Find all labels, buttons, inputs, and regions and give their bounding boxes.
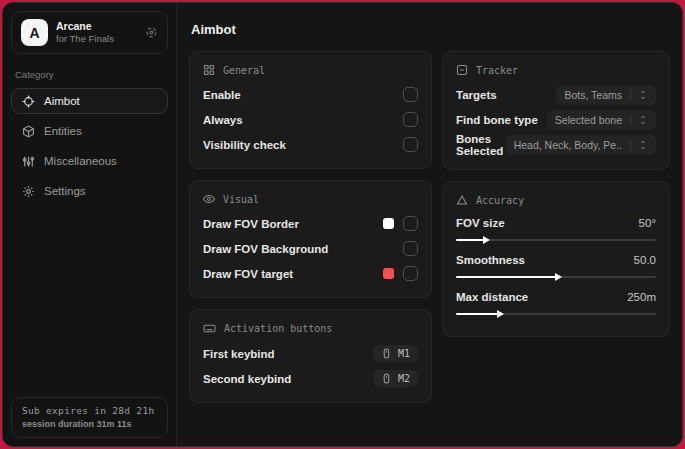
- panel-tracker: Tracker Targets Bots, Teams: [442, 51, 670, 170]
- setting-row-max-distance: Max distance 250m: [456, 287, 656, 315]
- enable-checkbox[interactable]: [403, 87, 418, 102]
- select-value: Head, Neck, Body, Pe..: [514, 139, 622, 151]
- triangle-icon: [456, 194, 468, 206]
- always-checkbox[interactable]: [403, 112, 418, 127]
- setting-label: Second keybind: [203, 373, 291, 385]
- select-value: Bots, Teams: [564, 89, 622, 101]
- page-title: Aimbot: [191, 22, 670, 37]
- sidebar-item-entities[interactable]: Entities: [11, 118, 168, 144]
- fov-size-slider[interactable]: [456, 239, 656, 241]
- setting-row-enable: Enable: [203, 83, 418, 106]
- setting-row-first-keybind: First keybind M1: [203, 342, 418, 365]
- setting-row-draw-fov-border: Draw FOV Border: [203, 212, 418, 235]
- category-label: Category: [15, 69, 164, 80]
- gear-icon: [22, 185, 35, 198]
- setting-label: FOV size: [456, 217, 505, 229]
- panel-title-text: Visual: [223, 194, 259, 205]
- setting-label: Max distance: [456, 291, 528, 303]
- expand-icon: [630, 115, 648, 125]
- slider-value: 50.0: [634, 254, 656, 266]
- visibility-check-checkbox[interactable]: [403, 137, 418, 152]
- second-keybind-button[interactable]: M2: [373, 370, 418, 387]
- slider-value: 250m: [627, 291, 656, 303]
- max-distance-slider[interactable]: [456, 313, 656, 315]
- bones-selected-select[interactable]: Head, Neck, Body, Pe..: [506, 135, 656, 155]
- setting-label: Bones Selected: [456, 133, 506, 157]
- setting-label: Targets: [456, 89, 497, 101]
- panel-title-text: General: [223, 65, 265, 76]
- smoothness-slider[interactable]: [456, 276, 656, 278]
- setting-row-always: Always: [203, 108, 418, 131]
- setting-row-visibility-check: Visibility check: [203, 133, 418, 156]
- slider-thumb[interactable]: [555, 273, 562, 281]
- mouse-icon: [381, 348, 392, 359]
- panel-general: General Enable Always Visibility check: [189, 51, 432, 169]
- setting-label: Draw FOV Background: [203, 243, 328, 255]
- sidebar-item-settings[interactable]: Settings: [11, 178, 168, 204]
- app-window: A Arcane for The Finals Category: [2, 2, 683, 447]
- setting-row-targets: Targets Bots, Teams: [456, 83, 656, 106]
- setting-row-find-bone-type: Find bone type Selected bone: [456, 108, 656, 131]
- expand-icon: [630, 90, 648, 100]
- sync-icon[interactable]: [145, 26, 158, 39]
- category-nav: Aimbot Entities: [11, 88, 168, 204]
- setting-row-draw-fov-background: Draw FOV Background: [203, 237, 418, 260]
- crosshair-icon: [22, 95, 35, 108]
- target-box-icon: [456, 64, 468, 76]
- main-content: Aimbot General: [177, 3, 682, 446]
- setting-label: First keybind: [203, 348, 275, 360]
- brand-card: A Arcane for The Finals: [11, 11, 168, 54]
- setting-row-smoothness: Smoothness 50.0: [456, 250, 656, 278]
- setting-label: Draw FOV target: [203, 268, 293, 280]
- color-swatch-fov-border[interactable]: [383, 218, 394, 229]
- find-bone-type-select[interactable]: Selected bone: [547, 110, 656, 130]
- setting-row-fov-size: FOV size 50°: [456, 213, 656, 241]
- targets-select[interactable]: Bots, Teams: [556, 85, 656, 105]
- session-duration-text: session duration 31m 11s: [22, 419, 157, 429]
- keyboard-icon: [203, 322, 216, 335]
- eye-icon: [203, 193, 215, 205]
- brand-subtitle: for The Finals: [56, 33, 114, 45]
- sidebar-item-aimbot[interactable]: Aimbot: [11, 88, 168, 114]
- sidebar-item-label: Entities: [44, 125, 82, 137]
- panel-activation-buttons: Activation buttons First keybind M1: [189, 309, 432, 403]
- slider-thumb[interactable]: [497, 310, 504, 318]
- setting-row-draw-fov-target: Draw FOV target: [203, 262, 418, 285]
- panel-title-text: Activation buttons: [224, 323, 332, 334]
- select-value: Selected bone: [555, 114, 622, 126]
- sidebar-item-label: Settings: [44, 185, 86, 197]
- sidebar: A Arcane for The Finals Category: [3, 3, 177, 446]
- sub-expiry-text: Sub expires in 28d 21h: [22, 405, 157, 416]
- cube-icon: [22, 125, 35, 138]
- setting-label: Smoothness: [456, 254, 525, 266]
- setting-label: Draw FOV Border: [203, 218, 299, 230]
- panel-title-text: Tracker: [476, 65, 518, 76]
- panel-visual: Visual Draw FOV Border Draw FOV Backgrou…: [189, 180, 432, 298]
- setting-row-bones-selected: Bones Selected Head, Neck, Body, Pe..: [456, 133, 656, 157]
- sliders-icon: [22, 155, 35, 168]
- setting-label: Find bone type: [456, 114, 538, 126]
- subscription-info-card: Sub expires in 28d 21h session duration …: [11, 397, 168, 438]
- draw-fov-border-checkbox[interactable]: [403, 216, 418, 231]
- slider-thumb[interactable]: [483, 236, 490, 244]
- draw-fov-background-checkbox[interactable]: [403, 241, 418, 256]
- setting-label: Always: [203, 114, 243, 126]
- setting-label: Enable: [203, 89, 241, 101]
- panel-title-text: Accuracy: [476, 195, 524, 206]
- sidebar-item-label: Miscellaneous: [44, 155, 117, 167]
- sidebar-item-miscellaneous[interactable]: Miscellaneous: [11, 148, 168, 174]
- panel-accuracy: Accuracy FOV size 50°: [442, 181, 670, 337]
- keybind-value: M1: [398, 348, 410, 359]
- color-swatch-fov-target[interactable]: [383, 268, 394, 279]
- grid-icon: [203, 64, 215, 76]
- brand-logo: A: [21, 19, 48, 46]
- mouse-icon: [381, 373, 392, 384]
- setting-label: Visibility check: [203, 139, 286, 151]
- brand-name: Arcane: [56, 20, 114, 33]
- expand-icon: [630, 140, 648, 150]
- setting-row-second-keybind: Second keybind M2: [203, 367, 418, 390]
- sidebar-item-label: Aimbot: [44, 95, 80, 107]
- first-keybind-button[interactable]: M1: [373, 345, 418, 362]
- keybind-value: M2: [398, 373, 410, 384]
- draw-fov-target-checkbox[interactable]: [403, 266, 418, 281]
